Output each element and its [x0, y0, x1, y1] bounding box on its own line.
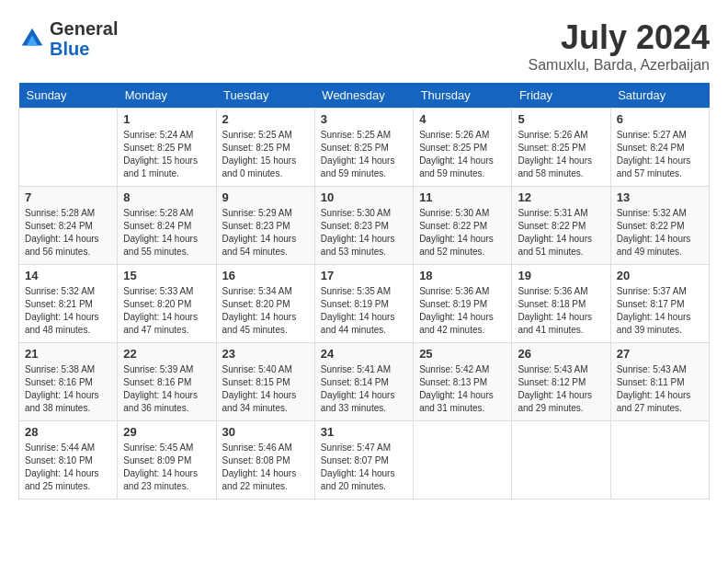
day-cell: 6Sunrise: 5:27 AMSunset: 8:24 PMDaylight…: [610, 109, 709, 187]
day-number: 27: [617, 347, 703, 361]
day-cell: 31Sunrise: 5:47 AMSunset: 8:07 PMDayligh…: [314, 421, 413, 500]
logo-blue: Blue: [50, 39, 118, 59]
day-cell: 9Sunrise: 5:29 AMSunset: 8:23 PMDaylight…: [216, 187, 314, 265]
day-info: Sunrise: 5:37 AMSunset: 8:17 PMDaylight:…: [617, 285, 703, 337]
weekday-header: Saturday: [610, 83, 709, 109]
day-cell: 15Sunrise: 5:33 AMSunset: 8:20 PMDayligh…: [118, 265, 216, 343]
day-info: Sunrise: 5:32 AMSunset: 8:22 PMDaylight:…: [617, 207, 703, 259]
day-info: Sunrise: 5:38 AMSunset: 8:16 PMDaylight:…: [25, 363, 111, 415]
day-number: 22: [123, 347, 210, 361]
day-cell: 23Sunrise: 5:40 AMSunset: 8:15 PMDayligh…: [216, 343, 314, 421]
day-number: 12: [518, 190, 604, 204]
day-info: Sunrise: 5:45 AMSunset: 8:09 PMDaylight:…: [123, 442, 210, 493]
day-cell: [414, 421, 512, 500]
day-info: Sunrise: 5:27 AMSunset: 8:24 PMDaylight:…: [617, 129, 703, 180]
day-number: 31: [321, 425, 407, 439]
month-title: July 2024: [529, 18, 710, 57]
calendar-table: SundayMondayTuesdayWednesdayThursdayFrid…: [18, 83, 710, 500]
weekday-header: Sunday: [19, 83, 118, 109]
day-info: Sunrise: 5:36 AMSunset: 8:19 PMDaylight:…: [419, 285, 506, 337]
week-row: 14Sunrise: 5:32 AMSunset: 8:21 PMDayligh…: [19, 265, 710, 343]
day-number: 13: [617, 190, 703, 204]
logo-general: General: [50, 18, 118, 39]
day-cell: 30Sunrise: 5:46 AMSunset: 8:08 PMDayligh…: [216, 421, 314, 500]
week-row: 21Sunrise: 5:38 AMSunset: 8:16 PMDayligh…: [19, 343, 710, 421]
day-number: 6: [617, 112, 703, 126]
day-cell: 18Sunrise: 5:36 AMSunset: 8:19 PMDayligh…: [414, 265, 512, 343]
day-number: 16: [222, 269, 309, 282]
day-cell: [610, 421, 709, 500]
day-number: 21: [25, 347, 111, 361]
logo-icon: [18, 25, 46, 52]
day-info: Sunrise: 5:25 AMSunset: 8:25 PMDaylight:…: [222, 129, 309, 180]
day-cell: [512, 421, 610, 500]
day-info: Sunrise: 5:35 AMSunset: 8:19 PMDaylight:…: [321, 285, 407, 337]
day-info: Sunrise: 5:42 AMSunset: 8:13 PMDaylight:…: [419, 363, 506, 415]
day-number: 28: [25, 425, 111, 439]
day-cell: 2Sunrise: 5:25 AMSunset: 8:25 PMDaylight…: [216, 109, 314, 187]
weekday-header: Thursday: [414, 83, 512, 109]
location: Samuxlu, Barda, Azerbaijan: [529, 57, 710, 74]
day-cell: 19Sunrise: 5:36 AMSunset: 8:18 PMDayligh…: [512, 265, 610, 343]
day-number: 9: [222, 190, 309, 204]
day-info: Sunrise: 5:34 AMSunset: 8:20 PMDaylight:…: [222, 285, 309, 337]
day-number: 10: [321, 190, 407, 204]
day-number: 1: [123, 112, 210, 126]
week-row: 1Sunrise: 5:24 AMSunset: 8:25 PMDaylight…: [19, 109, 710, 187]
day-number: 11: [419, 190, 506, 204]
day-cell: 29Sunrise: 5:45 AMSunset: 8:09 PMDayligh…: [118, 421, 216, 500]
day-info: Sunrise: 5:26 AMSunset: 8:25 PMDaylight:…: [419, 129, 506, 180]
day-number: 26: [518, 347, 604, 361]
day-cell: 5Sunrise: 5:26 AMSunset: 8:25 PMDaylight…: [512, 109, 610, 187]
day-cell: 8Sunrise: 5:28 AMSunset: 8:24 PMDaylight…: [118, 187, 216, 265]
day-cell: 14Sunrise: 5:32 AMSunset: 8:21 PMDayligh…: [19, 265, 118, 343]
day-cell: 20Sunrise: 5:37 AMSunset: 8:17 PMDayligh…: [610, 265, 709, 343]
day-number: 18: [419, 269, 506, 282]
day-info: Sunrise: 5:26 AMSunset: 8:25 PMDaylight:…: [518, 129, 604, 180]
day-cell: 1Sunrise: 5:24 AMSunset: 8:25 PMDaylight…: [118, 109, 216, 187]
day-info: Sunrise: 5:29 AMSunset: 8:23 PMDaylight:…: [222, 207, 309, 259]
day-info: Sunrise: 5:44 AMSunset: 8:10 PMDaylight:…: [25, 442, 111, 493]
day-number: 8: [123, 190, 210, 204]
week-row: 7Sunrise: 5:28 AMSunset: 8:24 PMDaylight…: [19, 187, 710, 265]
weekday-header: Wednesday: [314, 83, 413, 109]
day-number: 3: [321, 112, 407, 126]
day-cell: 25Sunrise: 5:42 AMSunset: 8:13 PMDayligh…: [414, 343, 512, 421]
day-cell: 21Sunrise: 5:38 AMSunset: 8:16 PMDayligh…: [19, 343, 118, 421]
day-number: 14: [25, 269, 111, 282]
day-number: 23: [222, 347, 309, 361]
day-cell: 13Sunrise: 5:32 AMSunset: 8:22 PMDayligh…: [610, 187, 709, 265]
day-info: Sunrise: 5:43 AMSunset: 8:12 PMDaylight:…: [518, 363, 604, 415]
day-number: 24: [321, 347, 407, 361]
day-number: 15: [123, 269, 210, 282]
day-cell: 3Sunrise: 5:25 AMSunset: 8:25 PMDaylight…: [314, 109, 413, 187]
day-cell: 22Sunrise: 5:39 AMSunset: 8:16 PMDayligh…: [118, 343, 216, 421]
day-info: Sunrise: 5:30 AMSunset: 8:23 PMDaylight:…: [321, 207, 407, 259]
day-cell: 12Sunrise: 5:31 AMSunset: 8:22 PMDayligh…: [512, 187, 610, 265]
day-info: Sunrise: 5:25 AMSunset: 8:25 PMDaylight:…: [321, 129, 407, 180]
day-number: 29: [123, 425, 210, 439]
logo: General Blue: [18, 18, 118, 59]
week-row: 28Sunrise: 5:44 AMSunset: 8:10 PMDayligh…: [19, 421, 710, 500]
day-cell: 17Sunrise: 5:35 AMSunset: 8:19 PMDayligh…: [314, 265, 413, 343]
day-number: 17: [321, 269, 407, 282]
day-number: 30: [222, 425, 309, 439]
day-number: 19: [518, 269, 604, 282]
day-cell: 7Sunrise: 5:28 AMSunset: 8:24 PMDaylight…: [19, 187, 118, 265]
day-info: Sunrise: 5:30 AMSunset: 8:22 PMDaylight:…: [419, 207, 506, 259]
weekday-header: Tuesday: [216, 83, 314, 109]
day-info: Sunrise: 5:39 AMSunset: 8:16 PMDaylight:…: [123, 363, 210, 415]
day-info: Sunrise: 5:28 AMSunset: 8:24 PMDaylight:…: [123, 207, 210, 259]
day-cell: 16Sunrise: 5:34 AMSunset: 8:20 PMDayligh…: [216, 265, 314, 343]
day-number: 7: [25, 190, 111, 204]
weekday-header: Monday: [118, 83, 216, 109]
day-cell: 28Sunrise: 5:44 AMSunset: 8:10 PMDayligh…: [19, 421, 118, 500]
title-block: July 2024 Samuxlu, Barda, Azerbaijan: [529, 18, 710, 74]
day-number: 4: [419, 112, 506, 126]
day-info: Sunrise: 5:36 AMSunset: 8:18 PMDaylight:…: [518, 285, 604, 337]
day-info: Sunrise: 5:40 AMSunset: 8:15 PMDaylight:…: [222, 363, 309, 415]
day-number: 2: [222, 112, 309, 126]
day-info: Sunrise: 5:24 AMSunset: 8:25 PMDaylight:…: [123, 129, 210, 180]
page-header: General Blue July 2024 Samuxlu, Barda, A…: [18, 18, 710, 74]
weekday-header: Friday: [512, 83, 610, 109]
